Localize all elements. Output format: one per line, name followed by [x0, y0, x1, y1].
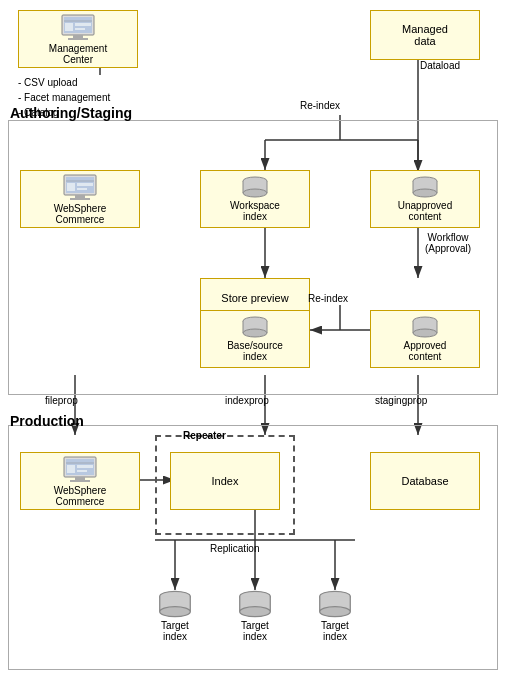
diagram: Management Center - CSV upload - Facet m… [0, 0, 508, 680]
svg-rect-32 [70, 198, 90, 200]
svg-rect-60 [70, 480, 90, 482]
websphere-production-icon [62, 455, 98, 483]
production-label: Production [10, 413, 84, 429]
svg-rect-65 [77, 470, 87, 472]
database-box: Database [370, 452, 480, 510]
target-index-2: Target index [215, 590, 295, 642]
target-index-1: Target index [135, 590, 215, 642]
websphere-commerce-authoring-box: WebSphere Commerce [20, 170, 140, 228]
svg-point-52 [243, 329, 267, 337]
approved-cyl-icon [411, 316, 439, 338]
svg-rect-64 [77, 465, 93, 468]
approved-content-box: Approved content [370, 310, 480, 368]
indexprop-label: indexprop [225, 395, 269, 406]
unapproved-content-box: Unapproved content [370, 170, 480, 228]
base-source-index-box: Base/source index [200, 310, 310, 368]
workspace-index-cyl-icon [241, 176, 269, 198]
workflow-approval-label: Workflow (Approval) [425, 232, 471, 254]
svg-point-47 [413, 189, 437, 197]
list-item-csv: - CSV upload [18, 75, 110, 90]
re-index-top-label: Re-index [300, 100, 340, 111]
workspace-index-label: Workspace index [230, 200, 280, 222]
websphere-authoring-label: WebSphere Commerce [54, 203, 107, 225]
workspace-index-box: Workspace index [200, 170, 310, 228]
svg-point-80 [320, 607, 351, 617]
store-preview-label: Store preview [221, 292, 288, 304]
svg-rect-63 [67, 465, 75, 473]
svg-point-57 [413, 329, 437, 337]
fileprop-label: fileprop [45, 395, 78, 406]
management-center-box: Management Center [18, 10, 138, 68]
svg-point-75 [240, 607, 271, 617]
svg-point-42 [243, 189, 267, 197]
repeater-label: Repeater [183, 430, 226, 441]
approved-content-label: Approved content [404, 340, 447, 362]
svg-rect-36 [77, 183, 93, 186]
svg-rect-59 [75, 477, 85, 480]
index-label: Index [212, 475, 239, 487]
unapproved-cyl-icon [411, 176, 439, 198]
re-index-bottom-label: Re-index [308, 293, 348, 304]
stagingprop-label: stagingprop [375, 395, 427, 406]
svg-rect-27 [65, 23, 73, 31]
websphere-production-label: WebSphere Commerce [54, 485, 107, 507]
management-center-label: Management Center [49, 43, 107, 65]
target-index-2-label: Target index [215, 620, 295, 642]
target-index-3: Target index [295, 590, 375, 642]
management-center-icon [60, 13, 96, 41]
svg-rect-37 [77, 188, 87, 190]
target-index-3-label: Target index [295, 620, 375, 642]
svg-rect-24 [68, 38, 88, 40]
svg-rect-29 [75, 28, 85, 30]
dataload-label: Dataload [420, 60, 460, 71]
managed-data-label: Managed data [402, 23, 448, 47]
list-item-facet: - Facet management [18, 90, 110, 105]
svg-point-70 [160, 607, 191, 617]
replication-label: Replication [210, 543, 259, 554]
websphere-commerce-production-box: WebSphere Commerce [20, 452, 140, 510]
svg-rect-28 [75, 23, 91, 26]
svg-rect-31 [75, 195, 85, 198]
target-index-1-label: Target index [135, 620, 215, 642]
index-box: Index [170, 452, 280, 510]
unapproved-content-label: Unapproved content [398, 200, 452, 222]
websphere-authoring-icon [62, 173, 98, 201]
authoring-staging-label: Authoring/Staging [10, 105, 132, 121]
base-source-index-label: Base/source index [227, 340, 283, 362]
managed-data-box: Managed data [370, 10, 480, 60]
base-source-cyl-icon [241, 316, 269, 338]
database-label: Database [401, 475, 448, 487]
svg-rect-23 [73, 35, 83, 38]
svg-rect-35 [67, 183, 75, 191]
